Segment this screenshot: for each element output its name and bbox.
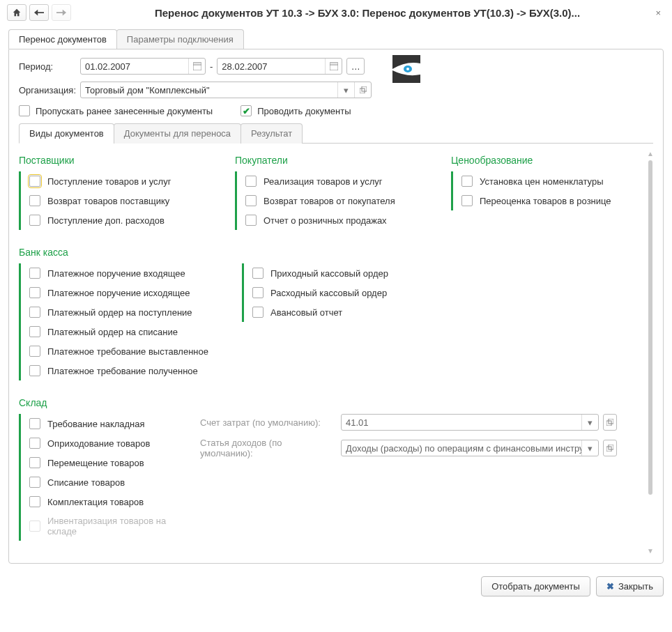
scroll-down-icon[interactable]: ▼ <box>647 548 653 555</box>
income-article-value: Доходы (расходы) по операциям с финансов… <box>342 443 581 454</box>
buyers-item-2-label: Отчет о розничных продажах <box>264 215 387 226</box>
dropdown-icon[interactable]: ▾ <box>581 440 598 456</box>
section-bank-title: Банк касса <box>19 247 653 258</box>
home-icon <box>12 8 22 17</box>
stock-item-2-checkbox[interactable] <box>29 457 40 468</box>
bank-left-5-checkbox[interactable] <box>29 365 40 376</box>
tab-transfer-documents[interactable]: Перенос документов <box>8 29 117 49</box>
bank-left-4-label: Платежное требование выставленное <box>47 346 208 357</box>
income-article-input[interactable]: Доходы (расходы) по операциям с финансов… <box>341 440 599 456</box>
post-documents-label: Проводить документы <box>257 106 351 116</box>
section-stock-title: Склад <box>19 397 653 408</box>
skip-previous-label: Пропускать ранее занесенные документы <box>36 106 213 116</box>
home-button[interactable] <box>7 4 26 21</box>
select-documents-label: Отобрать документы <box>491 581 580 592</box>
close-window-button[interactable]: × <box>651 8 665 18</box>
cost-account-value: 41.01 <box>342 417 581 428</box>
period-to-value: 28.02.2007 <box>217 61 325 72</box>
stock-item-3-checkbox[interactable] <box>29 477 40 488</box>
section-buyers-title: Покупатели <box>235 155 437 166</box>
suppliers-item-1-label: Возврат товаров поставщику <box>47 196 169 206</box>
buyers-item-0-label: Реализация товаров и услуг <box>264 176 383 187</box>
cost-account-label: Счет затрат (по умолчанию): <box>200 417 337 428</box>
section-pricing-title: Ценообразование <box>451 155 653 166</box>
stock-item-1-label: Оприходование товаров <box>47 438 150 449</box>
close-button[interactable]: ✖ Закрыть <box>596 576 664 596</box>
svg-point-5 <box>406 68 409 70</box>
bank-left-1-label: Платежное поручение исходящее <box>47 288 190 298</box>
pricing-item-1-label: Переоценка товаров в рознице <box>480 196 611 206</box>
bank-left-1-checkbox[interactable] <box>29 287 40 298</box>
inner-tab-result[interactable]: Результат <box>240 123 303 144</box>
bank-right-2-checkbox[interactable] <box>252 307 264 318</box>
period-label: Период: <box>19 61 76 72</box>
inner-tab-docs-transfer[interactable]: Документы для переноса <box>114 123 241 144</box>
back-button[interactable] <box>29 4 49 21</box>
suppliers-item-1-checkbox[interactable] <box>29 195 40 206</box>
bank-right-0-checkbox[interactable] <box>252 268 264 279</box>
calendar-icon[interactable] <box>188 59 205 74</box>
open-dialog-icon[interactable] <box>354 82 371 98</box>
app-logo <box>392 55 420 83</box>
stock-item-3-label: Списание товаров <box>47 477 125 488</box>
cost-account-input[interactable]: 41.01 ▾ <box>341 414 599 431</box>
pricing-item-0-checkbox[interactable] <box>461 176 473 187</box>
tab-connection-params[interactable]: Параметры подключения <box>116 29 244 49</box>
bank-left-3-label: Платежный ордер на списание <box>47 327 178 337</box>
dropdown-icon[interactable]: ▾ <box>581 415 598 430</box>
bank-left-0-label: Платежное поручение входящее <box>47 268 185 279</box>
svg-rect-2 <box>330 63 338 70</box>
suppliers-item-0-checkbox[interactable] <box>29 176 40 187</box>
bank-right-2-label: Авансовый отчет <box>270 307 342 318</box>
bank-right-1-checkbox[interactable] <box>252 287 264 298</box>
skip-previous-checkbox[interactable] <box>19 105 30 116</box>
svg-rect-0 <box>193 63 201 70</box>
income-article-label: Статья доходов (по умолчанию): <box>200 438 337 458</box>
section-suppliers-title: Поставщики <box>19 155 221 166</box>
bank-left-3-checkbox[interactable] <box>29 326 40 337</box>
close-icon: ✖ <box>606 581 614 592</box>
bank-left-4-checkbox[interactable] <box>29 346 40 357</box>
suppliers-item-2-label: Поступление доп. расходов <box>47 215 165 226</box>
buyers-item-2-checkbox[interactable] <box>245 215 257 226</box>
post-documents-checkbox[interactable] <box>240 105 252 116</box>
stock-item-4-checkbox[interactable] <box>29 496 40 507</box>
calendar-icon[interactable] <box>325 59 342 74</box>
open-dialog-button[interactable] <box>603 440 617 456</box>
stock-item-4-label: Комплектация товаров <box>47 497 144 507</box>
bank-left-0-checkbox[interactable] <box>29 268 40 279</box>
scrollbar[interactable]: ▲ ▼ <box>648 151 653 555</box>
buyers-item-1-label: Возврат товаров от покупателя <box>264 196 395 206</box>
arrow-left-icon <box>34 9 44 16</box>
buyers-item-0-checkbox[interactable] <box>245 176 257 187</box>
stock-item-5-checkbox[interactable] <box>29 521 40 532</box>
period-dialog-button[interactable]: … <box>346 58 365 75</box>
period-from-input[interactable]: 01.02.2007 <box>80 58 206 75</box>
organization-select[interactable]: Торговый дом "Комплексный" ▾ <box>80 82 372 98</box>
close-label: Закрыть <box>618 581 653 592</box>
select-documents-button[interactable]: Отобрать документы <box>481 576 590 596</box>
period-to-input[interactable]: 28.02.2007 <box>217 58 342 75</box>
arrow-right-icon <box>56 9 66 16</box>
scroll-thumb[interactable] <box>648 160 652 495</box>
period-separator: - <box>210 61 213 72</box>
bank-left-5-label: Платежное требование полученное <box>47 366 198 376</box>
suppliers-item-0-label: Поступление товаров и услуг <box>47 176 171 187</box>
forward-button <box>52 4 71 21</box>
inner-tab-doc-types[interactable]: Виды документов <box>19 123 114 144</box>
scroll-up-icon[interactable]: ▲ <box>647 151 653 157</box>
suppliers-item-2-checkbox[interactable] <box>29 215 40 226</box>
stock-item-0-checkbox[interactable] <box>29 418 40 429</box>
dropdown-icon[interactable]: ▾ <box>337 82 354 98</box>
pricing-item-1-checkbox[interactable] <box>461 195 473 206</box>
buyers-item-1-checkbox[interactable] <box>245 195 257 206</box>
org-label: Организация: <box>19 85 76 95</box>
stock-item-5-label: Инвентаризация товаров на складе <box>47 516 183 537</box>
organization-value: Торговый дом "Комплексный" <box>81 85 337 95</box>
bank-right-1-label: Расходный кассовый ордер <box>270 288 387 298</box>
bank-left-2-checkbox[interactable] <box>29 307 40 318</box>
window-title: Перенос документов УТ 10.3 -> БУХ 3.0: П… <box>71 7 651 19</box>
stock-item-1-checkbox[interactable] <box>29 438 40 449</box>
open-dialog-button[interactable] <box>603 414 617 431</box>
bank-right-0-label: Приходный кассовый ордер <box>270 268 388 279</box>
